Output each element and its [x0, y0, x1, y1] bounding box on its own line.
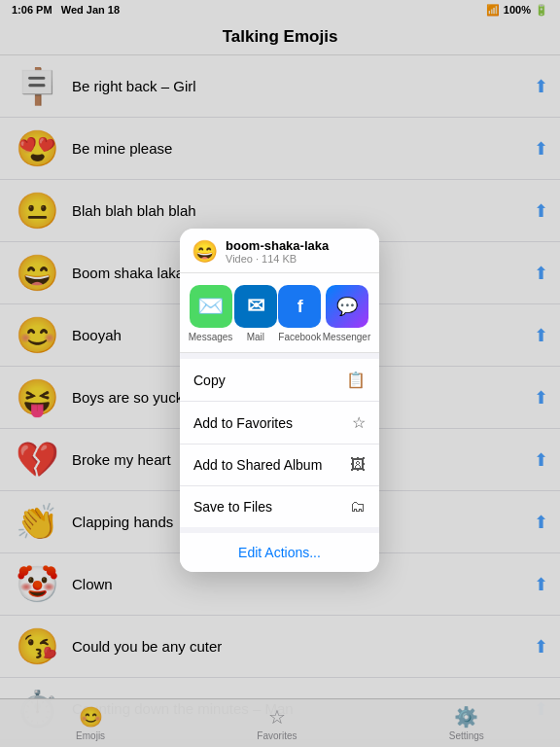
- action-shared-album-label: Add to Shared Album: [193, 457, 322, 473]
- messages-icon: ✉️: [190, 285, 232, 328]
- action-favorites-label: Add to Favorites: [193, 415, 293, 431]
- facebook-icon: f: [278, 285, 321, 328]
- save-files-icon: 🗂: [350, 498, 366, 516]
- share-app-messenger[interactable]: 💬 Messenger: [323, 285, 370, 342]
- edit-actions-label: Edit Actions...: [238, 545, 321, 560]
- edit-actions[interactable]: Edit Actions...: [180, 533, 379, 572]
- action-shared-album[interactable]: Add to Shared Album 🖼: [180, 445, 379, 486]
- share-file-meta: Video · 114 KB: [226, 253, 329, 265]
- messenger-icon: 💬: [326, 285, 368, 328]
- share-file-emoji: 😄: [192, 239, 218, 265]
- action-favorites[interactable]: Add to Favorites ☆: [180, 402, 379, 445]
- messenger-label: Messenger: [323, 332, 370, 342]
- share-app-icons-row: ✉️ Messages ✉ Mail f Facebook 💬 Messenge…: [180, 273, 379, 353]
- copy-icon: 📋: [346, 371, 366, 389]
- facebook-label: Facebook: [278, 332, 321, 342]
- share-app-messages[interactable]: ✉️ Messages: [189, 285, 233, 342]
- share-sheet-header: 😄 boom-shaka-laka Video · 114 KB: [180, 229, 379, 273]
- action-copy-label: Copy: [193, 373, 226, 388]
- share-sheet: 😄 boom-shaka-laka Video · 114 KB ✉️ Mess…: [180, 229, 379, 572]
- share-file-name: boom-shaka-laka: [226, 238, 329, 253]
- mail-icon: ✉: [234, 285, 277, 328]
- action-save-files-label: Save to Files: [193, 499, 272, 515]
- messages-label: Messages: [189, 332, 233, 342]
- action-save-files[interactable]: Save to Files 🗂: [180, 486, 379, 527]
- action-list: Copy 📋 Add to Favorites ☆ Add to Shared …: [180, 359, 379, 527]
- favorites-icon: ☆: [352, 413, 366, 432]
- share-app-facebook[interactable]: f Facebook: [278, 285, 321, 342]
- shared-album-icon: 🖼: [350, 456, 366, 474]
- action-copy[interactable]: Copy 📋: [180, 359, 379, 402]
- share-app-mail[interactable]: ✉ Mail: [234, 285, 277, 342]
- share-file-info: boom-shaka-laka Video · 114 KB: [226, 238, 329, 265]
- mail-label: Mail: [247, 332, 264, 342]
